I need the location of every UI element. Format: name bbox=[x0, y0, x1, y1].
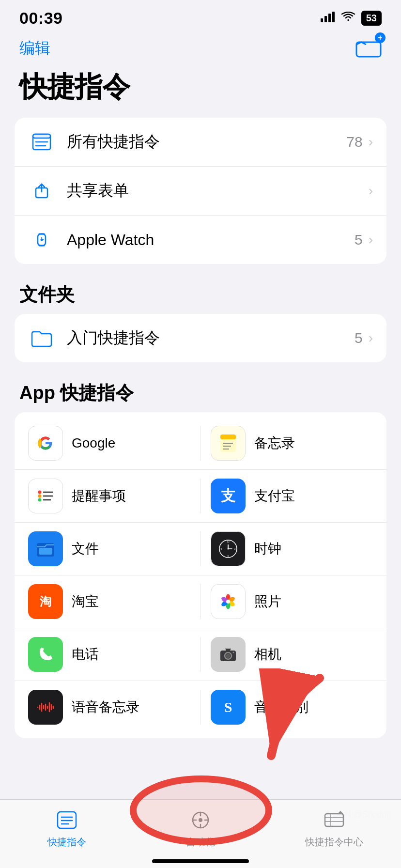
taobao-app-name: 淘宝 bbox=[72, 592, 99, 611]
wifi-icon bbox=[341, 12, 355, 25]
files-cell[interactable]: 文件 bbox=[28, 531, 200, 566]
google-cell[interactable]: Google bbox=[28, 426, 200, 461]
share-icon bbox=[28, 177, 55, 204]
apple-watch-count: 5 bbox=[355, 232, 363, 248]
svg-point-46 bbox=[226, 600, 230, 604]
svg-point-50 bbox=[232, 652, 234, 653]
voice-memo-cell[interactable]: 语音备忘录 bbox=[28, 690, 200, 725]
alipay-app-name: 支付宝 bbox=[254, 487, 295, 505]
camera-app-name: 相机 bbox=[254, 645, 281, 664]
apple-watch-row[interactable]: Apple Watch 5 › bbox=[15, 216, 386, 264]
home-indicator bbox=[152, 859, 249, 863]
app-row-1: Google 备忘录 bbox=[15, 417, 386, 470]
svg-text:3: 3 bbox=[234, 547, 235, 550]
reminders-app-icon bbox=[28, 479, 63, 513]
notes-app-icon bbox=[211, 426, 246, 461]
shazam-cell[interactable]: S 音乐识别 bbox=[200, 690, 373, 725]
shortcuts-icon bbox=[28, 128, 55, 155]
svg-rect-3 bbox=[332, 12, 335, 22]
svg-point-23 bbox=[38, 495, 42, 498]
folders-section-header: 文件夹 bbox=[0, 278, 401, 314]
shared-list-row[interactable]: 共享表单 › bbox=[15, 167, 386, 216]
reminders-cell[interactable]: 提醒事项 bbox=[28, 479, 200, 513]
svg-point-24 bbox=[38, 498, 42, 502]
app-shortcuts-section-header: App 快捷指令 bbox=[0, 376, 401, 412]
shortcuts-tab-label: 快捷指令 bbox=[47, 836, 86, 849]
folders-card: 入门快捷指令 5 › bbox=[15, 314, 386, 362]
notes-cell[interactable]: 备忘录 bbox=[200, 426, 373, 461]
phone-cell[interactable]: 电话 bbox=[28, 637, 200, 672]
alipay-app-icon: 支 bbox=[211, 479, 246, 513]
svg-text:12: 12 bbox=[227, 540, 230, 543]
clock-app-name: 时钟 bbox=[254, 540, 281, 558]
app-row-4: 淘 淘宝 照 bbox=[15, 575, 386, 628]
status-bar: 00:39 53 bbox=[0, 0, 401, 32]
gallery-tab-label: 快捷指令中心 bbox=[305, 836, 363, 849]
svg-rect-0 bbox=[321, 18, 323, 22]
voice-memo-app-name: 语音备忘录 bbox=[72, 698, 139, 716]
svg-text:支: 支 bbox=[220, 488, 236, 504]
shared-list-label: 共享表单 bbox=[67, 180, 369, 202]
app-row-3: 文件 12 3 6 9 时钟 bbox=[15, 523, 386, 575]
status-time: 00:39 bbox=[19, 9, 62, 28]
alipay-cell[interactable]: 支 支付宝 bbox=[200, 479, 373, 513]
google-app-name: Google bbox=[72, 435, 115, 451]
svg-point-38 bbox=[227, 548, 229, 550]
edit-button[interactable]: 编辑 bbox=[19, 38, 50, 59]
watch-icon bbox=[28, 226, 55, 253]
gallery-tab[interactable]: 快捷指令中心 bbox=[267, 807, 401, 849]
taobao-app-icon: 淘 bbox=[28, 584, 63, 619]
google-app-icon bbox=[28, 426, 63, 461]
app-row-6: 语音备忘录 S 音乐识别 bbox=[15, 681, 386, 733]
photos-app-icon bbox=[211, 584, 246, 619]
tab-bar: 快捷指令 自动化 快捷指令中心 bbox=[0, 799, 401, 868]
voice-memo-app-icon bbox=[28, 690, 63, 725]
svg-text:S: S bbox=[224, 699, 232, 715]
svg-rect-4 bbox=[356, 42, 381, 57]
taobao-cell[interactable]: 淘 淘宝 bbox=[28, 584, 200, 619]
svg-rect-30 bbox=[39, 548, 52, 555]
svg-text:6: 6 bbox=[227, 555, 229, 558]
apple-watch-label: Apple Watch bbox=[67, 231, 355, 249]
new-folder-button[interactable]: + bbox=[355, 36, 382, 61]
files-app-icon bbox=[28, 531, 63, 566]
all-shortcuts-row[interactable]: 所有快捷指令 78 › bbox=[15, 118, 386, 167]
page-title: 快捷指令 bbox=[0, 66, 401, 118]
phone-app-icon bbox=[28, 637, 63, 672]
photos-app-name: 照片 bbox=[254, 592, 281, 611]
all-shortcuts-label: 所有快捷指令 bbox=[67, 131, 346, 153]
clock-app-icon: 12 3 6 9 bbox=[211, 531, 246, 566]
automation-tab-icon bbox=[188, 807, 213, 833]
phone-app-name: 电话 bbox=[72, 645, 99, 664]
photos-cell[interactable]: 照片 bbox=[200, 584, 373, 619]
gallery-tab-icon bbox=[322, 807, 347, 833]
svg-point-22 bbox=[38, 491, 42, 494]
app-shortcuts-card: Google 备忘录 bbox=[15, 412, 386, 738]
app-row-5: 电话 相机 bbox=[15, 628, 386, 681]
shortcuts-card: 所有快捷指令 78 › 共享表单 › Apple Watch bbox=[15, 118, 386, 264]
shortcuts-tab-icon bbox=[54, 807, 79, 833]
chevron-icon: › bbox=[369, 134, 373, 150]
intro-shortcuts-count: 5 bbox=[355, 330, 363, 346]
status-icons: 53 bbox=[321, 11, 382, 26]
automation-tab[interactable]: 自动化 bbox=[134, 807, 267, 849]
intro-shortcuts-row[interactable]: 入门快捷指令 5 › bbox=[15, 314, 386, 362]
chevron-icon: › bbox=[369, 183, 373, 199]
nav-bar: 编辑 + bbox=[0, 32, 401, 66]
svg-rect-2 bbox=[328, 14, 331, 22]
intro-shortcuts-label: 入门快捷指令 bbox=[67, 327, 355, 349]
folder-badge: + bbox=[375, 32, 386, 43]
all-shortcuts-count: 78 bbox=[346, 134, 362, 150]
clock-cell[interactable]: 12 3 6 9 时钟 bbox=[200, 531, 373, 566]
shazam-app-icon: S bbox=[211, 690, 246, 725]
svg-text:淘: 淘 bbox=[40, 595, 51, 608]
svg-point-68 bbox=[199, 818, 202, 822]
shortcuts-tab[interactable]: 快捷指令 bbox=[0, 807, 134, 849]
svg-point-49 bbox=[226, 654, 230, 658]
camera-cell[interactable]: 相机 bbox=[200, 637, 373, 672]
chevron-icon: › bbox=[369, 232, 373, 248]
notes-app-name: 备忘录 bbox=[254, 434, 295, 452]
camera-app-icon bbox=[211, 637, 246, 672]
svg-rect-18 bbox=[220, 434, 236, 439]
app-row-2: 提醒事项 支 支付宝 bbox=[15, 470, 386, 523]
